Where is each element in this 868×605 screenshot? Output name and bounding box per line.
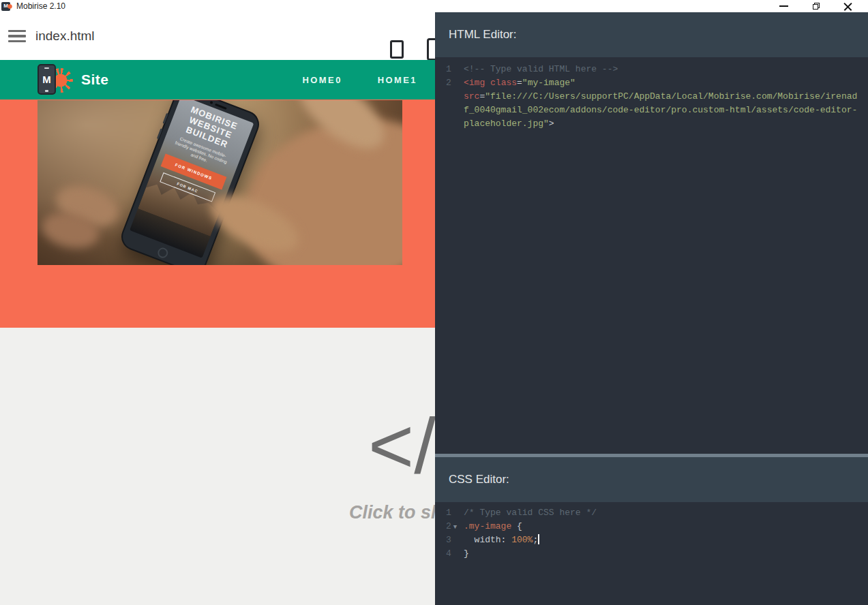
code-line[interactable]: 4} <box>435 547 868 561</box>
mobile-view-icon[interactable] <box>390 40 404 59</box>
code-line[interactable]: f_0040gmail_002ecom/addons/code-editor/p… <box>435 104 868 117</box>
restore-button[interactable] <box>800 0 832 12</box>
restore-icon <box>813 3 820 10</box>
nav-item-home0[interactable]: HOME0 <box>303 75 342 85</box>
code-line[interactable]: 1/* Type valid CSS here */ <box>435 506 868 520</box>
code-line[interactable]: src="file:///C:/Users/supportPC/AppData/… <box>435 90 868 104</box>
code-line[interactable]: 3 width: 100%; <box>435 533 868 547</box>
app-logo-letter: M <box>3 3 8 9</box>
phone-logo-icon: M <box>38 64 56 95</box>
line-number: 2 <box>435 76 453 90</box>
html-editor-title: HTML Editor: <box>449 28 517 42</box>
css-editor-title: CSS Editor: <box>449 473 509 486</box>
code-line[interactable]: 2<img class="my-image" <box>435 76 868 90</box>
minimize-icon <box>779 5 788 7</box>
line-number: 1 <box>435 506 453 520</box>
line-number: 4 <box>435 547 453 561</box>
app-logo-icon: M <box>1 2 10 11</box>
window-titlebar[interactable]: M Mobirise 2.10 <box>0 0 868 12</box>
phone-home-button <box>156 246 169 259</box>
code-line[interactable]: 2▼.my-image { <box>435 520 868 533</box>
line-number <box>435 90 453 104</box>
site-navbar: M Site HOME0 HOME1 <box>0 60 435 99</box>
line-number <box>435 104 453 117</box>
text-cursor <box>538 534 539 544</box>
hero-block[interactable]: MOBIRISE WEBSITE BUILDER Create awesome … <box>0 99 435 328</box>
line-number: 1 <box>435 63 453 76</box>
site-logo[interactable]: M <box>38 64 73 95</box>
css-editor-header: CSS Editor: <box>435 457 868 502</box>
html-editor-header: HTML Editor: <box>435 12 868 57</box>
code-line[interactable]: placeholder.jpg"> <box>435 117 868 131</box>
hero-photo: MOBIRISE WEBSITE BUILDER Create awesome … <box>38 100 402 265</box>
page-filename[interactable]: index.html <box>35 29 95 44</box>
site-nav: HOME0 HOME1 <box>303 60 417 99</box>
nav-item-home1[interactable]: HOME1 <box>378 75 417 85</box>
code-editor-panel: HTML Editor: 1<!-- Type valid HTML here … <box>435 12 868 605</box>
html-code-editor[interactable]: 1<!-- Type valid HTML here -->2<img clas… <box>435 57 868 454</box>
minimize-button[interactable] <box>768 0 800 12</box>
menu-button[interactable] <box>8 30 26 42</box>
custom-html-block[interactable]: </> Click to show <box>0 328 435 605</box>
builder-workspace: index.html M Site HOME0 HOME1 <box>0 12 435 605</box>
close-icon <box>843 2 852 11</box>
site-brand[interactable]: Site <box>81 72 109 88</box>
window-title: Mobirise 2.10 <box>16 1 65 11</box>
close-button[interactable] <box>832 0 864 12</box>
css-code-editor[interactable]: 1/* Type valid CSS here */2▼.my-image {3… <box>435 502 868 605</box>
mobirise-window: M Mobirise 2.10 index.html M Site <box>0 0 868 605</box>
line-number <box>435 117 453 131</box>
window-controls <box>768 0 864 12</box>
line-number: 2▼ <box>435 520 453 533</box>
line-number: 3 <box>435 533 453 547</box>
fold-arrow-icon[interactable]: ▼ <box>453 524 457 531</box>
code-line[interactable]: 1<!-- Type valid HTML here --> <box>435 63 868 76</box>
app-toolbar: index.html <box>0 12 435 60</box>
